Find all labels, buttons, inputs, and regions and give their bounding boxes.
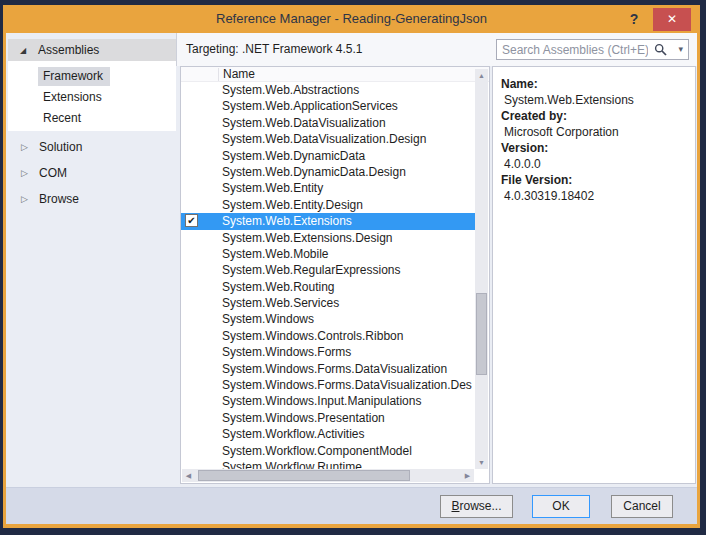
horizontal-scrollbar-thumb[interactable] bbox=[198, 470, 410, 481]
sidebar-group-label: COM bbox=[39, 166, 67, 180]
assembly-name: System.Web.DataVisualization bbox=[222, 116, 386, 130]
detail-value: 4.0.0.0 bbox=[501, 156, 691, 172]
scroll-up-icon[interactable]: ▲ bbox=[475, 69, 488, 82]
ok-button[interactable]: OK bbox=[532, 495, 590, 518]
chevron-collapsed-icon: ▷ bbox=[21, 163, 31, 183]
assembly-row[interactable]: ✔ System.Web.RegularExpressions bbox=[181, 262, 475, 278]
assembly-name: System.Web.Services bbox=[222, 296, 339, 310]
check-icon: ✔ bbox=[186, 215, 197, 226]
assembly-checkbox[interactable]: ✔ bbox=[185, 214, 198, 227]
sidebar-assemblies-panel: Framework Extensions Recent bbox=[8, 61, 176, 131]
footer: Browse... OK Cancel bbox=[6, 487, 697, 524]
topbar: Targeting: .NET Framework 4.5.1 ▾ bbox=[176, 33, 697, 66]
assembly-name: System.Workflow.ComponentModel bbox=[222, 444, 412, 458]
chevron-collapsed-icon: ▷ bbox=[21, 137, 31, 157]
vertical-scrollbar-thumb[interactable] bbox=[476, 293, 487, 375]
horizontal-scrollbar[interactable]: ◀ ▶ bbox=[182, 469, 474, 482]
detail-label: Name: bbox=[501, 76, 691, 92]
sidebar-item-recent[interactable]: Recent bbox=[8, 109, 176, 130]
assembly-row[interactable]: ✔ System.Windows.Forms bbox=[181, 344, 475, 360]
assembly-name: System.Web.Extensions.Design bbox=[222, 231, 393, 245]
sidebar-group-label: Solution bbox=[39, 140, 82, 154]
assembly-name: System.Windows bbox=[222, 312, 314, 326]
vertical-scrollbar[interactable]: ▲ ▼ bbox=[475, 69, 488, 469]
assembly-row[interactable]: ✔ System.Windows.Presentation bbox=[181, 410, 475, 426]
assembly-name: System.Web.Entity bbox=[222, 181, 323, 195]
sidebar-item-framework[interactable]: Framework bbox=[8, 67, 176, 88]
sidebar-group-com[interactable]: ▷COM bbox=[8, 163, 176, 183]
detail-value: Microsoft Corporation bbox=[501, 124, 691, 140]
column-header-name[interactable]: Name bbox=[223, 67, 255, 82]
sidebar-group-label: Browse bbox=[39, 192, 79, 206]
assembly-name: System.Web.DataVisualization.Design bbox=[222, 132, 426, 146]
search-input[interactable] bbox=[502, 41, 648, 58]
assembly-row[interactable]: ✔ System.Web.DynamicData.Design bbox=[181, 164, 475, 180]
assembly-name: System.Web.Routing bbox=[222, 280, 335, 294]
assembly-row[interactable]: ✔ System.Web.Extensions.Design bbox=[181, 230, 475, 246]
detail-field: Created by: Microsoft Corporation bbox=[501, 108, 691, 140]
search-dropdown-icon[interactable]: ▾ bbox=[678, 44, 683, 54]
assembly-row[interactable]: ✔ System.Web.Extensions bbox=[181, 213, 475, 229]
column-separator bbox=[218, 68, 219, 81]
assembly-row[interactable]: ✔ System.Windows.Forms.DataVisualization… bbox=[181, 377, 475, 393]
assembly-name: System.Web.Mobile bbox=[222, 247, 328, 261]
assembly-name: System.Web.Extensions bbox=[222, 214, 352, 228]
assembly-row[interactable]: ✔ System.Web.ApplicationServices bbox=[181, 98, 475, 114]
detail-label: Created by: bbox=[501, 108, 691, 124]
titlebar: Reference Manager - Reading-GeneratingJs… bbox=[3, 5, 700, 33]
browse-button[interactable]: Browse... bbox=[440, 495, 513, 518]
detail-label: File Version: bbox=[501, 172, 691, 188]
assembly-name: System.Web.DynamicData.Design bbox=[222, 165, 406, 179]
detail-value: 4.0.30319.18402 bbox=[501, 188, 691, 204]
chevron-expanded-icon: ◢ bbox=[20, 40, 30, 62]
assembly-name: System.Web.DynamicData bbox=[222, 149, 365, 163]
assembly-row[interactable]: ✔ System.Web.Entity bbox=[181, 180, 475, 196]
help-button[interactable]: ? bbox=[625, 10, 643, 28]
assembly-name: System.Windows.Controls.Ribbon bbox=[222, 329, 403, 343]
assembly-row[interactable]: ✔ System.Windows bbox=[181, 311, 475, 327]
sidebar-group-solution[interactable]: ▷Solution bbox=[8, 137, 176, 157]
sidebar-group-browse[interactable]: ▷Browse bbox=[8, 189, 176, 209]
assembly-name: System.Web.Abstractions bbox=[222, 83, 359, 97]
reference-manager-dialog: Reference Manager - Reading-GeneratingJs… bbox=[3, 5, 700, 528]
sidebar-item-extensions[interactable]: Extensions bbox=[8, 88, 176, 109]
assembly-name: System.Windows.Forms.DataVisualization bbox=[222, 362, 447, 376]
assembly-row[interactable]: ✔ System.Web.Entity.Design bbox=[181, 197, 475, 213]
detail-label: Version: bbox=[501, 140, 691, 156]
details-panel: Name: System.Web.Extensions Created by: … bbox=[492, 66, 696, 484]
assembly-row[interactable]: ✔ System.Windows.Controls.Ribbon bbox=[181, 328, 475, 344]
assembly-row[interactable]: ✔ System.Workflow.Activities bbox=[181, 426, 475, 442]
assembly-row[interactable]: ✔ System.Workflow.ComponentModel bbox=[181, 443, 475, 459]
assembly-row[interactable]: ✔ System.Web.Mobile bbox=[181, 246, 475, 262]
assembly-name: System.Web.Entity.Design bbox=[222, 198, 363, 212]
assembly-row[interactable]: ✔ System.Web.DynamicData bbox=[181, 148, 475, 164]
chevron-collapsed-icon: ▷ bbox=[21, 189, 31, 209]
assembly-row[interactable]: ✔ System.Web.DataVisualization.Design bbox=[181, 131, 475, 147]
close-button[interactable]: ✕ bbox=[653, 8, 691, 31]
assembly-row[interactable]: ✔ System.Web.Services bbox=[181, 295, 475, 311]
assembly-row[interactable]: ✔ System.Windows.Forms.DataVisualization bbox=[181, 361, 475, 377]
assembly-name: System.Web.ApplicationServices bbox=[222, 99, 398, 113]
scroll-right-icon[interactable]: ▶ bbox=[461, 469, 474, 482]
targeting-label: Targeting: .NET Framework 4.5.1 bbox=[186, 42, 363, 56]
assembly-name: System.Windows.Presentation bbox=[222, 411, 385, 425]
scroll-down-icon[interactable]: ▼ bbox=[475, 456, 488, 469]
list-header: Name bbox=[181, 67, 489, 82]
scroll-left-icon[interactable]: ◀ bbox=[182, 469, 195, 482]
dialog-content: ◢Assemblies Framework Extensions Recent … bbox=[6, 33, 697, 524]
detail-field: Version: 4.0.0.0 bbox=[501, 140, 691, 172]
assembly-name: System.Web.RegularExpressions bbox=[222, 263, 401, 277]
assembly-row[interactable]: ✔ System.Web.Abstractions bbox=[181, 82, 475, 98]
assembly-name: System.Windows.Forms bbox=[222, 345, 351, 359]
sidebar-group-assemblies[interactable]: ◢Assemblies bbox=[8, 39, 176, 61]
assembly-name: System.Windows.Input.Manipulations bbox=[222, 394, 421, 408]
detail-value: System.Web.Extensions bbox=[501, 92, 691, 108]
search-box: ▾ bbox=[496, 39, 689, 60]
assembly-row[interactable]: ✔ System.Web.Routing bbox=[181, 279, 475, 295]
assembly-name: System.Windows.Forms.DataVisualization.D… bbox=[222, 378, 472, 392]
assembly-list: ✔ System.Web.Abstractions ✔ System.Web.A… bbox=[181, 82, 475, 470]
assembly-row[interactable]: ✔ System.Web.DataVisualization bbox=[181, 115, 475, 131]
search-icon[interactable] bbox=[654, 43, 667, 56]
assembly-row[interactable]: ✔ System.Windows.Input.Manipulations bbox=[181, 393, 475, 409]
cancel-button[interactable]: Cancel bbox=[611, 495, 673, 518]
